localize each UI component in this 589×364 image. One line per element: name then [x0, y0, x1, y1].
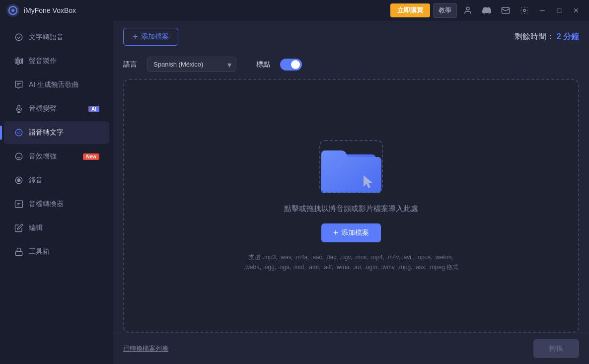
svg-rect-10	[22, 59, 23, 64]
sidebar-item-audio-convert[interactable]: 音檔轉換器	[4, 193, 109, 216]
text-to-speech-icon	[14, 32, 24, 42]
sidebar-item-label: 音檔轉換器	[29, 200, 64, 209]
add-file-button[interactable]: + 添加檔案	[123, 28, 178, 46]
svg-rect-4	[502, 7, 510, 13]
drop-zone[interactable]: 點擊或拖拽以將音頻或影片檔案導入此處 + 添加檔案 支援 .mp3, .wav,…	[123, 79, 579, 333]
toolbar: + 添加檔案 剩餘時間： 2 分鐘	[113, 21, 589, 53]
svg-point-15	[17, 179, 20, 182]
toolbox-icon	[14, 247, 24, 257]
sidebar-item-voice-production[interactable]: 聲音製作	[4, 50, 109, 73]
language-select[interactable]: Spanish (México) English (US) Chinese (T…	[147, 57, 236, 72]
format-hint: 支援 .mp3, .wav, .m4a, .aac, .flac, .ogv, …	[244, 252, 458, 273]
minimize-button[interactable]: ─	[535, 3, 549, 17]
svg-rect-9	[20, 60, 21, 64]
footer: 已轉換檔案列表 轉換	[113, 333, 589, 364]
sidebar-item-label: 編輯	[29, 223, 43, 232]
edit-icon	[14, 223, 24, 233]
sidebar-item-toolbox[interactable]: 工具箱	[4, 240, 109, 263]
purchase-button[interactable]: 立即購買	[390, 3, 430, 17]
sidebar-item-label: 錄音	[29, 176, 43, 185]
gear-icon[interactable]	[516, 2, 532, 18]
audio-convert-icon	[14, 199, 24, 209]
file-list-link[interactable]: 已轉換檔案列表	[123, 344, 168, 353]
badge-ai: AI	[88, 106, 99, 112]
time-remaining-label: 剩餘時間：	[515, 32, 554, 41]
plus-icon: +	[133, 32, 138, 41]
titlebar: iMyFone VoxBox 立即購買 教學 ─ □ ✕	[0, 0, 589, 21]
sidebar-item-label: 音檔變聲	[29, 104, 57, 113]
svg-rect-8	[17, 58, 19, 65]
titlebar-actions: 立即購買 教學 ─ □ ✕	[390, 2, 583, 18]
convert-button[interactable]: 轉換	[533, 339, 579, 358]
sidebar-item-edit[interactable]: 編輯	[4, 217, 109, 239]
voice-production-icon	[14, 56, 24, 66]
content-area: + 添加檔案 剩餘時間： 2 分鐘 語言 Spanish (México) En…	[113, 21, 589, 364]
voice-changer-icon	[14, 104, 24, 114]
svg-point-13	[15, 153, 22, 160]
maximize-button[interactable]: □	[552, 3, 566, 17]
plus-icon-center: +	[333, 228, 339, 237]
sidebar-item-label: 音效增強	[29, 152, 57, 161]
time-remaining: 剩餘時間： 2 分鐘	[515, 32, 579, 42]
svg-point-6	[15, 34, 22, 41]
svg-rect-17	[15, 251, 22, 255]
sidebar: 文字轉語音 聲音製作 AI 生成饒舌歌曲 音檔變聲 AI aT 語音轉文字	[0, 21, 113, 364]
user-icon[interactable]	[460, 2, 476, 18]
sidebar-item-speech-to-text[interactable]: aT 語音轉文字	[4, 121, 109, 144]
sidebar-item-label: 聲音製作	[29, 57, 57, 66]
language-select-wrapper: Spanish (México) English (US) Chinese (T…	[147, 57, 236, 72]
svg-rect-16	[15, 201, 23, 208]
sidebar-item-label: 文字轉語音	[29, 33, 64, 42]
discord-icon[interactable]	[479, 2, 495, 18]
app-title: iMyFone VoxBox	[24, 6, 390, 14]
svg-rect-7	[15, 59, 17, 64]
add-file-center-label: 添加檔案	[341, 228, 369, 237]
settings-row: 語言 Spanish (México) English (US) Chinese…	[113, 53, 589, 79]
time-value: 2 分鐘	[557, 32, 579, 41]
toggle-slider	[280, 59, 302, 71]
main-layout: 文字轉語音 聲音製作 AI 生成饒舌歌曲 音檔變聲 AI aT 語音轉文字	[0, 21, 589, 364]
sidebar-item-text-to-speech[interactable]: 文字轉語音	[4, 26, 109, 49]
sidebar-item-audio-enhance[interactable]: 音效增強 New	[4, 145, 109, 168]
svg-point-2	[11, 9, 14, 12]
add-file-label: 添加檔案	[141, 32, 169, 41]
speech-to-text-icon: aT	[14, 128, 24, 138]
drop-hint-text: 點擊或拖拽以將音頻或影片檔案導入此處	[284, 204, 418, 214]
sidebar-item-voice-changer[interactable]: 音檔變聲 AI	[4, 97, 109, 120]
punct-label: 標點	[256, 60, 270, 69]
tutorial-button[interactable]: 教學	[433, 3, 457, 18]
sidebar-item-label: AI 生成饒舌歌曲	[29, 80, 79, 89]
mail-icon[interactable]	[498, 2, 514, 18]
close-button[interactable]: ✕	[569, 3, 583, 17]
svg-text:aT: aT	[17, 131, 21, 135]
ai-rap-icon	[14, 80, 24, 90]
badge-new: New	[83, 153, 99, 160]
sidebar-item-record[interactable]: 錄音	[4, 169, 109, 192]
svg-point-3	[466, 7, 469, 10]
add-file-center-button[interactable]: + 添加檔案	[321, 223, 381, 242]
record-icon	[14, 175, 24, 185]
sidebar-item-ai-rap[interactable]: AI 生成饒舌歌曲	[4, 73, 109, 96]
sidebar-item-label: 語音轉文字	[29, 128, 64, 137]
audio-enhance-icon	[14, 151, 24, 161]
svg-point-5	[523, 9, 526, 12]
app-logo	[6, 3, 20, 17]
sidebar-item-label: 工具箱	[29, 247, 50, 256]
punct-toggle[interactable]	[280, 59, 302, 71]
folder-icon	[319, 140, 383, 194]
language-label: 語言	[123, 60, 137, 69]
